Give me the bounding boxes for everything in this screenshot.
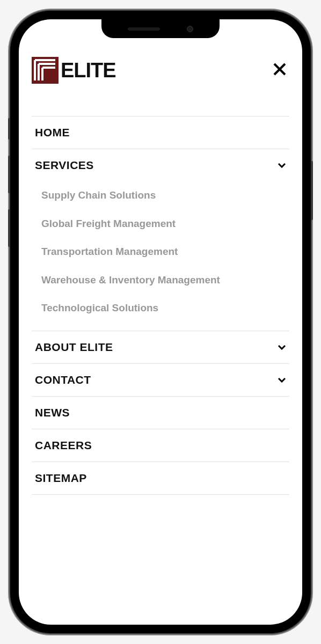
phone-power-button xyxy=(311,161,313,220)
chevron-down-icon xyxy=(278,375,286,385)
phone-mute-switch xyxy=(8,118,10,140)
phone-side-buttons xyxy=(8,118,10,263)
nav-label: CONTACT xyxy=(35,374,91,386)
phone-device-frame: ELITE HOME xyxy=(10,11,311,633)
submenu-item-global-freight[interactable]: Global Freight Management xyxy=(41,210,289,238)
nav-link-careers[interactable]: CAREERS xyxy=(32,429,289,462)
nav-link-sitemap[interactable]: SITEMAP xyxy=(32,462,289,494)
submenu-item-transportation[interactable]: Transportation Management xyxy=(41,238,289,266)
elite-logo-icon xyxy=(32,57,59,84)
nav-item-home: HOME xyxy=(32,116,289,149)
page-content: ELITE HOME xyxy=(19,19,302,625)
submenu-item-technological[interactable]: Technological Solutions xyxy=(41,294,289,323)
brand-logo-text: ELITE xyxy=(61,59,116,82)
nav-item-about: ABOUT ELITE xyxy=(32,331,289,363)
nav-label: SERVICES xyxy=(35,159,94,172)
chevron-down-icon xyxy=(278,160,286,170)
services-submenu: Supply Chain Solutions Global Freight Ma… xyxy=(32,181,289,331)
phone-notch xyxy=(101,19,220,38)
nav-item-sitemap: SITEMAP xyxy=(32,462,289,495)
nav-label: HOME xyxy=(35,126,70,139)
phone-volume-up xyxy=(8,156,10,193)
nav-link-about[interactable]: ABOUT ELITE xyxy=(32,331,289,363)
nav-label: NEWS xyxy=(35,406,70,419)
nav-link-home[interactable]: HOME xyxy=(32,116,289,149)
phone-camera xyxy=(187,26,193,32)
brand-logo[interactable]: ELITE xyxy=(32,57,116,84)
nav-item-careers: CAREERS xyxy=(32,429,289,462)
submenu-item-warehouse[interactable]: Warehouse & Inventory Management xyxy=(41,266,289,295)
navigation-menu: HOME SERVICES Supply Chain Solut xyxy=(32,116,289,495)
page-header: ELITE xyxy=(32,52,289,89)
chevron-down-icon xyxy=(278,342,286,352)
nav-label: ABOUT ELITE xyxy=(35,341,113,354)
nav-item-contact: CONTACT xyxy=(32,363,289,396)
nav-item-news: NEWS xyxy=(32,396,289,429)
nav-label: SITEMAP xyxy=(35,472,87,485)
phone-speaker xyxy=(128,27,160,31)
nav-label: CAREERS xyxy=(35,439,92,452)
nav-link-news[interactable]: NEWS xyxy=(32,397,289,429)
phone-volume-down xyxy=(8,209,10,247)
nav-item-services: SERVICES Supply Chain Solutions Global F… xyxy=(32,149,289,331)
phone-screen: ELITE HOME xyxy=(19,19,302,625)
nav-link-services[interactable]: SERVICES xyxy=(32,149,289,181)
submenu-item-supply-chain[interactable]: Supply Chain Solutions xyxy=(41,181,289,210)
close-icon xyxy=(273,62,287,76)
close-menu-button[interactable] xyxy=(270,59,289,82)
nav-link-contact[interactable]: CONTACT xyxy=(32,364,289,396)
